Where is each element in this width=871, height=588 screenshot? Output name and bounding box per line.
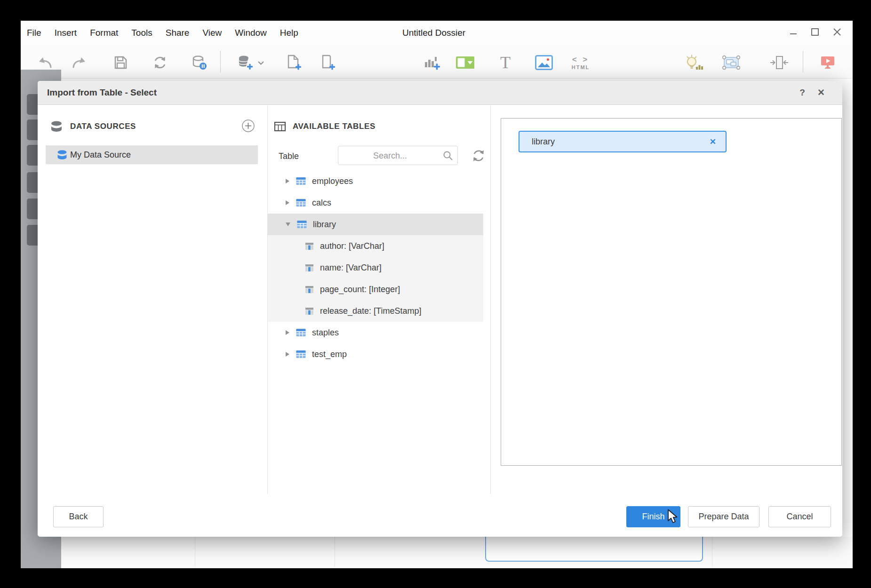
data-sources-header: DATA SOURCES — [49, 119, 136, 134]
menu-bar: File Insert Format Tools Share View Wind… — [21, 21, 853, 45]
tree-column-author[interactable]: author: [VarChar] — [268, 235, 521, 257]
tree-item-label: staples — [312, 328, 339, 338]
import-from-table-dialog: Import from Table - Select ? ✕ DATA SOUR… — [38, 81, 842, 537]
tree-item-test-emp[interactable]: test_emp — [268, 343, 483, 365]
dialog-titlebar[interactable]: Import from Table - Select ? ✕ — [38, 81, 842, 105]
image-icon[interactable] — [535, 53, 553, 72]
table-icon — [296, 199, 306, 207]
fit-page-icon[interactable] — [769, 53, 788, 72]
tree-column-release-date[interactable]: release_date: [TimeStamp] — [268, 300, 521, 322]
search-icon[interactable] — [442, 150, 454, 163]
presentation-icon[interactable] — [818, 53, 837, 72]
canvas-background — [61, 537, 853, 568]
data-source-item[interactable]: My Data Source — [46, 145, 258, 164]
data-source-label: My Data Source — [70, 150, 131, 160]
layout-icon[interactable] — [722, 53, 741, 72]
database-status-icon[interactable] — [190, 53, 209, 72]
add-chapter-icon[interactable] — [318, 53, 337, 72]
toolbar: T < > HTML — [21, 45, 853, 79]
undo-icon[interactable] — [36, 53, 55, 72]
table-icon — [296, 177, 306, 185]
maximize-icon[interactable] — [810, 27, 820, 39]
save-icon[interactable] — [111, 53, 130, 72]
column-icon — [305, 264, 313, 271]
toolbar-separator — [803, 51, 803, 72]
refresh-icon[interactable] — [151, 53, 169, 72]
tree-column-label: name: [VarChar] — [320, 263, 382, 273]
tree-column-label: author: [VarChar] — [320, 241, 384, 251]
column-icon — [305, 308, 313, 315]
add-page-icon[interactable] — [284, 53, 303, 72]
tree-column-label: release_date: [TimeStamp] — [320, 306, 421, 316]
add-data-chevron-icon[interactable] — [256, 53, 265, 72]
menu-window[interactable]: Window — [235, 28, 267, 38]
tree-item-staples[interactable]: staples — [268, 322, 483, 343]
column-icon — [305, 286, 313, 293]
tree-item-label: test_emp — [312, 350, 347, 359]
mouse-cursor — [667, 509, 680, 526]
table-label: Table — [279, 150, 299, 163]
refresh-tables-icon[interactable] — [471, 149, 486, 163]
document-title: Untitled Dossier — [402, 21, 465, 45]
menu-format[interactable]: Format — [90, 28, 118, 38]
collapse-arrow-icon[interactable] — [286, 222, 290, 226]
expand-arrow-icon[interactable] — [286, 200, 289, 205]
prepare-data-button[interactable]: Prepare Data — [688, 506, 759, 527]
database-icon — [49, 120, 64, 133]
redo-icon[interactable] — [70, 53, 88, 72]
add-data-icon[interactable] — [236, 53, 255, 72]
menu-tools[interactable]: Tools — [131, 28, 152, 38]
table-icon — [296, 328, 306, 337]
tree-item-label: library — [313, 220, 336, 230]
add-data-source-button[interactable] — [242, 119, 255, 132]
back-button[interactable]: Back — [53, 506, 104, 527]
table-outline-icon — [274, 121, 286, 132]
tree-column-name[interactable]: name: [VarChar] — [268, 257, 521, 278]
chip-remove-icon[interactable]: ✕ — [710, 137, 716, 147]
table-search-box — [338, 146, 458, 165]
cancel-button[interactable]: Cancel — [768, 506, 831, 527]
toolbar-separator — [220, 51, 221, 72]
tree-item-library[interactable]: library — [268, 214, 483, 235]
column-icon — [305, 243, 313, 250]
menu-file[interactable]: File — [27, 28, 41, 38]
selected-tables-box: library ✕ — [501, 118, 842, 466]
text-icon[interactable]: T — [496, 53, 515, 72]
expand-arrow-icon[interactable] — [286, 330, 289, 335]
dialog-title: Import from Table - Select — [47, 81, 157, 104]
tree-item-label: calcs — [312, 198, 331, 208]
help-icon[interactable]: ? — [794, 81, 810, 104]
table-icon — [296, 350, 306, 358]
dialog-close-icon[interactable]: ✕ — [813, 81, 829, 104]
tree-item-employees[interactable]: employees — [268, 170, 483, 192]
minimize-icon[interactable] — [789, 27, 798, 39]
add-visualization-icon[interactable] — [423, 53, 441, 72]
expand-arrow-icon[interactable] — [286, 352, 289, 357]
tree-column-page-count[interactable]: page_count: [Integer] — [268, 278, 521, 300]
menu-help[interactable]: Help — [280, 28, 298, 38]
tree-item-calcs[interactable]: calcs — [268, 192, 483, 214]
table-icon — [297, 220, 307, 229]
chip-label: library — [532, 137, 710, 147]
menu-share[interactable]: Share — [166, 28, 190, 38]
search-input[interactable] — [342, 146, 438, 166]
expand-arrow-icon[interactable] — [286, 179, 289, 183]
close-icon[interactable] — [832, 27, 842, 39]
available-tables-header: AVAILABLE TABLES — [274, 119, 376, 134]
insights-icon[interactable] — [684, 53, 703, 72]
tree-item-label: employees — [312, 176, 353, 186]
selector-icon[interactable] — [455, 53, 474, 72]
tree-column-label: page_count: [Integer] — [320, 285, 400, 294]
menu-view[interactable]: View — [202, 28, 222, 38]
menu-insert[interactable]: Insert — [55, 28, 77, 38]
selected-table-chip[interactable]: library ✕ — [519, 131, 727, 152]
html-icon[interactable]: < > HTML — [571, 53, 590, 72]
database-icon — [56, 150, 68, 160]
